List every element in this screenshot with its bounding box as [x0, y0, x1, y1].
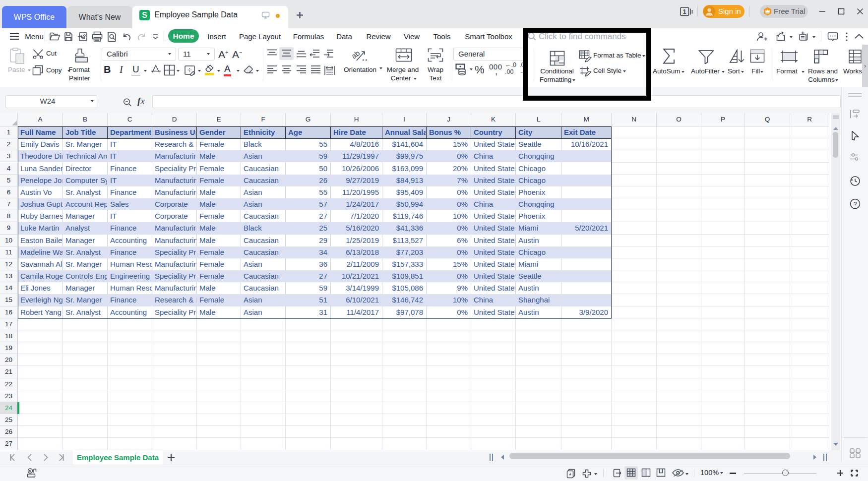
svg-text:ab: ab [352, 49, 362, 60]
svg-text:1: 1 [683, 8, 686, 15]
svg-text:?: ? [853, 200, 857, 208]
